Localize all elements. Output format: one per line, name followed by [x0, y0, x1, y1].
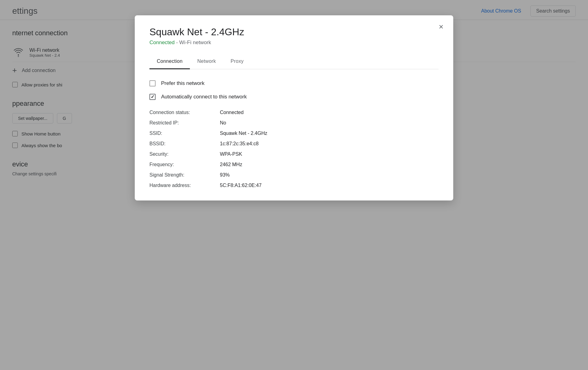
security-value: WPA-PSK — [220, 151, 439, 157]
signal-strength-value: 93% — [220, 172, 439, 178]
bssid-value: 1c:87:2c:35:e4:c8 — [220, 141, 439, 147]
auto-connect-checkbox[interactable] — [149, 94, 156, 100]
prefer-network-label: Prefer this network — [161, 80, 205, 86]
modal-body: Prefer this network Automatically connec… — [135, 69, 453, 200]
restricted-ip-value: No — [220, 120, 439, 126]
prefer-network-checkbox[interactable] — [149, 80, 156, 86]
modal-header: × Squawk Net - 2.4GHz Connected - Wi-Fi … — [135, 15, 453, 46]
restricted-ip-label: Restricted IP: — [149, 120, 220, 126]
connection-info-table: Connection status: Connected Restricted … — [149, 110, 439, 188]
bssid-label: BSSID: — [149, 141, 220, 147]
auto-connect-label: Automatically connect to this network — [161, 94, 247, 100]
ssid-label: SSID: — [149, 131, 220, 136]
frequency-value: 2462 MHz — [220, 162, 439, 167]
subtitle-suffix: - Wi-Fi network — [176, 40, 211, 45]
tab-connection[interactable]: Connection — [149, 54, 190, 69]
modal-close-button[interactable]: × — [439, 23, 443, 31]
frequency-label: Frequency: — [149, 162, 220, 167]
auto-connect-option: Automatically connect to this network — [149, 94, 439, 100]
hardware-address-label: Hardware address: — [149, 183, 220, 188]
connection-status-label: Connection status: — [149, 110, 220, 115]
modal-title: Squawk Net - 2.4GHz — [149, 26, 439, 38]
ssid-value: Squawk Net - 2.4GHz — [220, 131, 439, 136]
network-modal: × Squawk Net - 2.4GHz Connected - Wi-Fi … — [135, 15, 453, 200]
security-label: Security: — [149, 151, 220, 157]
connection-status-value: Connected — [220, 110, 439, 115]
modal-tabs: Connection Network Proxy — [149, 54, 439, 69]
tab-proxy[interactable]: Proxy — [223, 54, 251, 69]
prefer-network-option: Prefer this network — [149, 80, 439, 86]
tab-network[interactable]: Network — [190, 54, 223, 69]
signal-strength-label: Signal Strength: — [149, 172, 220, 178]
modal-subtitle: Connected - Wi-Fi network — [149, 40, 439, 46]
modal-overlay: × Squawk Net - 2.4GHz Connected - Wi-Fi … — [0, 0, 588, 370]
connected-label: Connected — [149, 40, 175, 45]
hardware-address-value: 5C:F8:A1:62:0E:47 — [220, 183, 439, 188]
